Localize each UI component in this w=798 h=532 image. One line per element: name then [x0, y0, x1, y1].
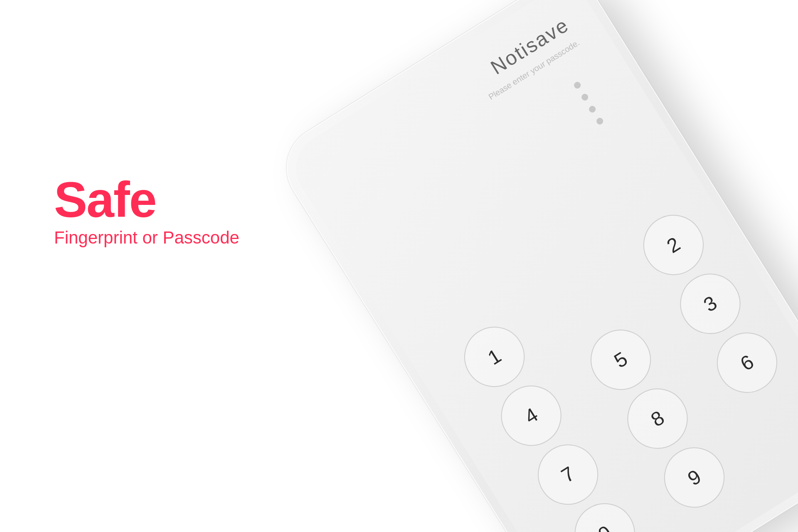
keypad-grid: 1 2 4 5 3 7 8 6 0 9 — [428, 186, 798, 532]
passcode-dot-1 — [573, 81, 582, 90]
key-9[interactable]: 9 — [653, 436, 736, 519]
passcode-dot-3 — [588, 105, 597, 114]
safe-title: Safe — [54, 175, 239, 224]
left-panel: Safe Fingerprint or Passcode — [54, 175, 239, 248]
phone-scene: Notisave Please enter your passcode. 1 2 — [197, 0, 798, 532]
passcode-dots — [573, 81, 604, 126]
keypad: 1 2 4 5 3 7 8 6 0 9 — [428, 186, 798, 532]
passcode-dot-2 — [580, 93, 589, 102]
passcode-dot-4 — [595, 117, 604, 126]
phone-body: Notisave Please enter your passcode. 1 2 — [272, 0, 798, 532]
safe-subtitle: Fingerprint or Passcode — [54, 228, 239, 248]
phone-screen: Notisave Please enter your passcode. 1 2 — [283, 0, 798, 532]
